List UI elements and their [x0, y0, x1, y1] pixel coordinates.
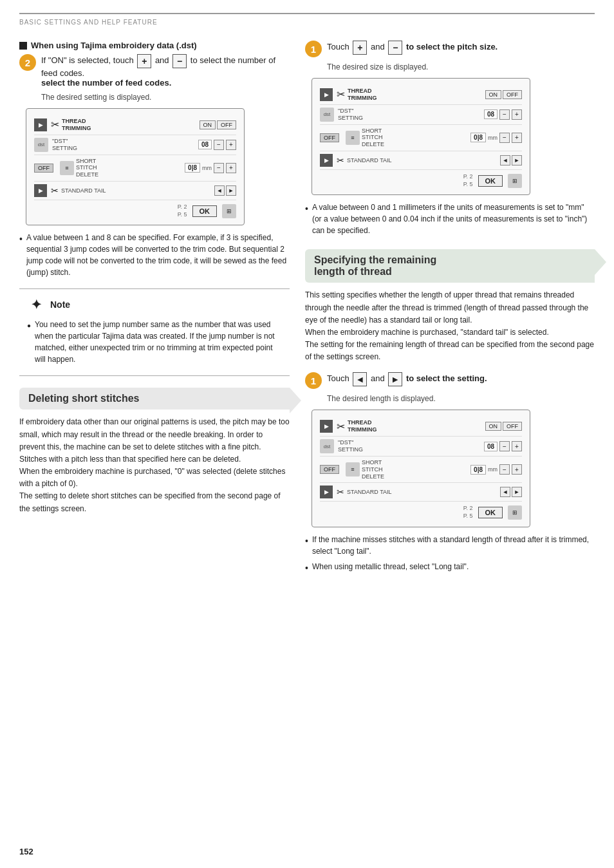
- top-bar-text: BASIC SETTINGS AND HELP FEATURE: [19, 19, 158, 26]
- step1-top-and: and: [371, 42, 385, 52]
- panel3-play-icon[interactable]: ▶: [320, 420, 333, 433]
- panel3-tail-left[interactable]: ◄: [500, 487, 510, 497]
- tail-bullet-2-text: When using metallic thread, select "Long…: [312, 561, 469, 572]
- pitch-bullets: A value between 0 and 1 millimeters if t…: [305, 202, 595, 236]
- panel3-row4: ▶ ✂ STANDARD TAIL ◄ ►: [320, 483, 522, 502]
- panel3-thread-label: THREADTRIMMING: [348, 419, 377, 433]
- panel1-dst-label: "DST"SETTING: [52, 138, 194, 152]
- panel2-play-icon[interactable]: ▶: [320, 88, 333, 101]
- panel1-off-btn[interactable]: OFF: [217, 120, 236, 129]
- panel1: ▶ ✂ THREADTRIMMING ON OFF dst: [26, 108, 245, 225]
- panel3-stitch-control: 0|8 mm − +: [470, 464, 522, 475]
- panel1-dst-minus[interactable]: −: [214, 140, 224, 150]
- panel2-tail-right[interactable]: ►: [512, 155, 522, 165]
- panel1-ok-btn[interactable]: OK: [192, 205, 218, 217]
- remaining-heading-line2: length of thread: [314, 266, 392, 277]
- page-number: 152: [19, 847, 33, 856]
- panel1-play2-icon[interactable]: ▶: [34, 184, 47, 197]
- step2-text: If "ON" is selected, touch + and − to se…: [41, 54, 290, 88]
- scissors-icon-3: ✂: [337, 420, 345, 433]
- panel2-mm-label: mm: [488, 135, 498, 141]
- black-square-icon: [19, 42, 27, 50]
- panel1-page-indicator: P. 2P. 5: [178, 203, 187, 218]
- panel1-stitch-plus[interactable]: +: [226, 163, 236, 173]
- panel3-play2-icon[interactable]: ▶: [320, 486, 333, 498]
- panel3: ▶ ✂ THREADTRIMMING ON OFF dst: [312, 410, 530, 527]
- minus-button-left[interactable]: −: [172, 54, 187, 68]
- panel1-bullets: A value between 1 and 8 can be specified…: [19, 232, 290, 278]
- panel2-dst-minus[interactable]: −: [499, 109, 510, 120]
- panel3-off-btn[interactable]: OFF: [503, 422, 522, 431]
- panel2-thread-label: THREADTRIMMING: [348, 88, 377, 102]
- panel1-stitch-label: SHORTSTITCHDELETE: [76, 158, 181, 178]
- panel2-row1: ▶ ✂ THREADTRIMMING ON OFF: [320, 85, 522, 105]
- panel1-tail-left[interactable]: ◄: [214, 185, 225, 196]
- step1-top-row: 1 Touch + and − to select the pitch size…: [305, 41, 595, 57]
- panel2-stitch-label: SHORTSTITCHDELETE: [362, 127, 467, 148]
- pitch-bullet-1: A value between 0 and 1 millimeters if t…: [305, 202, 595, 236]
- panel3-row2: dst "DST"SETTING 08 − +: [320, 437, 522, 457]
- deleting-heading-box: Deleting short stitches: [19, 388, 290, 410]
- plus-button-right[interactable]: +: [353, 41, 367, 55]
- tail-bullet-2: When using metallic thread, select "Long…: [305, 561, 595, 575]
- panel2-off-side: OFF: [320, 133, 339, 142]
- panel2-stitch-icon: ≡: [346, 131, 360, 145]
- panel2-on-btn[interactable]: ON: [485, 90, 502, 99]
- panel2-stitch-value: 0|8: [470, 133, 486, 142]
- step1-bottom-subtext: The desired length is displayed.: [327, 394, 595, 403]
- panel2-tail-label: STANDARD TAIL: [347, 157, 392, 164]
- left-arrow-button[interactable]: ◄: [353, 372, 367, 386]
- panel2-dst-value: 08: [484, 109, 498, 119]
- needle-icon-1: ✂: [51, 185, 59, 196]
- panel2-stitch-minus[interactable]: −: [499, 133, 510, 143]
- panel3-stitch-value: 0|8: [470, 465, 486, 475]
- plus-button-left[interactable]: +: [137, 54, 151, 68]
- panel1-stitch-control: 0|8 mm − +: [185, 163, 236, 173]
- panel2-stitch-plus[interactable]: +: [512, 133, 522, 143]
- step2-subtext: The desired setting is displayed.: [41, 93, 290, 102]
- panel3-ok-btn[interactable]: OK: [478, 507, 503, 518]
- panel3-on-btn[interactable]: ON: [485, 422, 502, 431]
- scissors-icon-2: ✂: [337, 88, 345, 100]
- panel1-off-side: OFF: [34, 164, 53, 173]
- note-item-1: You need to set the jump number same as …: [27, 319, 282, 365]
- panel2-dst-plus[interactable]: +: [512, 109, 522, 120]
- panel2-off-btn[interactable]: OFF: [503, 90, 522, 99]
- panel3-stitch-label: SHORTSTITCHDELETE: [362, 459, 467, 480]
- panel3-tail-right[interactable]: ►: [512, 487, 522, 497]
- remaining-heading-line1: Specifying the remaining: [314, 254, 436, 265]
- pitch-bullet-1-text: A value between 0 and 1 millimeters if t…: [312, 202, 595, 236]
- panel2-play2-icon[interactable]: ▶: [320, 154, 333, 167]
- step2-badge: 2: [19, 54, 36, 71]
- panel1-dst-icon: dst: [34, 138, 48, 152]
- panel1-play-icon[interactable]: ▶: [34, 118, 47, 131]
- panel2-dst-icon: dst: [320, 108, 334, 122]
- note-box: ✦ Note You need to set the jump number s…: [19, 288, 290, 376]
- step1-bottom-prefix: Touch: [327, 374, 349, 384]
- panel1-mm-label: mm: [202, 165, 212, 171]
- panel3-stitch-plus[interactable]: +: [512, 464, 522, 475]
- panel1-stitch-minus[interactable]: −: [214, 163, 224, 173]
- panel1-tail-right[interactable]: ►: [226, 185, 236, 196]
- panel3-dst-minus[interactable]: −: [499, 441, 510, 451]
- panel2-dst-control: 08 − +: [484, 109, 522, 120]
- panel1-row1: ▶ ✂ THREADTRIMMING ON OFF: [34, 115, 236, 135]
- panel1-tail-label: STANDARD TAIL: [61, 187, 106, 194]
- panel1-dst-value: 08: [198, 140, 212, 149]
- panel2-extra-icon: ⊞: [508, 174, 522, 188]
- step1-bottom-and: and: [371, 374, 385, 384]
- panel2-ok-btn[interactable]: OK: [478, 175, 503, 187]
- panel2-tail-arrows: ◄ ►: [500, 155, 522, 165]
- panel1-on-btn[interactable]: ON: [200, 120, 216, 129]
- right-arrow-button[interactable]: ►: [388, 372, 402, 386]
- panel2-tail-left[interactable]: ◄: [500, 155, 510, 165]
- panel3-stitch-minus[interactable]: −: [499, 464, 510, 475]
- panel3-page-indicator: P. 2P. 5: [463, 505, 473, 520]
- step2-bold: select the number of feed codes.: [41, 78, 171, 88]
- minus-button-right[interactable]: −: [388, 41, 402, 55]
- panel2-row4: ▶ ✂ STANDARD TAIL ◄ ►: [320, 151, 522, 170]
- step1-bottom-row: 1 Touch ◄ and ► to select the setting.: [305, 372, 595, 389]
- panel1-dst-plus[interactable]: +: [226, 140, 236, 150]
- panel3-dst-plus[interactable]: +: [512, 441, 522, 451]
- step2-row: 2 If "ON" is selected, touch + and − to …: [19, 54, 290, 88]
